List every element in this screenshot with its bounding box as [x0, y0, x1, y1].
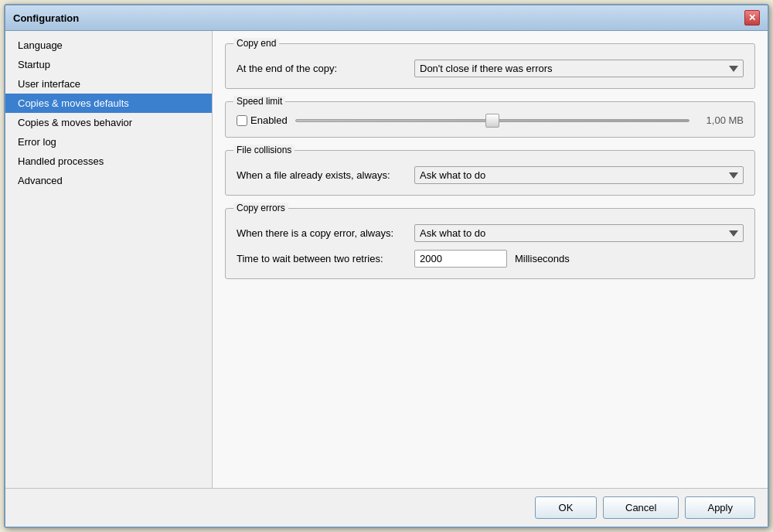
field-label-file-exists: When a file already exists, always:	[237, 169, 407, 181]
dialog-footer: OK Cancel Apply	[5, 488, 768, 527]
speed-limit-slider[interactable]	[295, 119, 690, 122]
field-row-wait-between-retries: Time to wait between two retries:Millise…	[237, 250, 744, 268]
title-bar: Configuration ✕	[5, 5, 768, 31]
group-speed-limit: Speed limitEnabled1,00 MB	[225, 101, 755, 138]
dialog-title: Configuration	[13, 12, 79, 24]
speed-limit-enabled-text: Enabled	[250, 114, 288, 126]
speed-limit-value: 1,00 MB	[697, 114, 744, 126]
select-copy-error-always[interactable]: Ask what to doRetrySkipCancel	[414, 224, 744, 242]
field-row-at-end-of-copy: At the end of the copy:Don't close if th…	[237, 60, 744, 77]
field-label-wait-between-retries: Time to wait between two retries:	[237, 253, 407, 264]
sidebar-item-advanced[interactable]: Advanced	[5, 171, 212, 190]
group-copy-end: Copy endAt the end of the copy:Don't clo…	[225, 43, 755, 89]
field-label-copy-error-always: When there is a copy error, always:	[237, 227, 407, 239]
group-copy-errors: Copy errorsWhen there is a copy error, a…	[225, 208, 755, 279]
sidebar-item-language[interactable]: Language	[5, 36, 212, 55]
sidebar-item-copies-moves-behavior[interactable]: Copies & moves behavior	[5, 113, 212, 132]
sidebar-item-copies-moves-defaults[interactable]: Copies & moves defaults	[5, 94, 212, 113]
speed-limit-checkbox[interactable]	[237, 115, 247, 126]
main-content: Copy endAt the end of the copy:Don't clo…	[213, 31, 768, 488]
field-row-file-exists: When a file already exists, always:Ask w…	[237, 166, 744, 184]
group-label-speed-limit: Speed limit	[233, 96, 285, 107]
group-label-copy-end: Copy end	[233, 38, 279, 49]
configuration-dialog: Configuration ✕ LanguageStartupUser inte…	[4, 4, 769, 528]
sidebar-item-error-log[interactable]: Error log	[5, 132, 212, 152]
sidebar: LanguageStartupUser interfaceCopies & mo…	[5, 31, 213, 488]
sidebar-item-handled-processes[interactable]: Handled processes	[5, 152, 212, 171]
group-file-collisions: File collisionsWhen a file already exist…	[225, 150, 755, 196]
group-label-copy-errors: Copy errors	[233, 203, 288, 213]
field-label-at-end-of-copy: At the end of the copy:	[237, 63, 407, 74]
group-label-file-collisions: File collisions	[233, 145, 295, 155]
select-file-exists[interactable]: Ask what to doOverwriteSkipRename	[414, 166, 744, 184]
field-row-copy-error-always: When there is a copy error, always:Ask w…	[237, 224, 744, 242]
dialog-body: LanguageStartupUser interfaceCopies & mo…	[5, 31, 768, 488]
select-at-end-of-copy[interactable]: Don't close if there was errorsAlways cl…	[414, 60, 744, 77]
unit-wait-between-retries: Milliseconds	[515, 253, 570, 264]
apply-button[interactable]: Apply	[685, 496, 755, 519]
speed-limit-row: Enabled1,00 MB	[237, 114, 744, 126]
speed-limit-enabled-label[interactable]: Enabled	[237, 114, 288, 126]
sidebar-item-startup[interactable]: Startup	[5, 55, 212, 74]
cancel-button[interactable]: Cancel	[603, 496, 679, 519]
close-button[interactable]: ✕	[744, 10, 760, 26]
input-wait-between-retries[interactable]	[414, 250, 507, 268]
sidebar-item-user-interface[interactable]: User interface	[5, 74, 212, 94]
ok-button[interactable]: OK	[535, 496, 597, 519]
